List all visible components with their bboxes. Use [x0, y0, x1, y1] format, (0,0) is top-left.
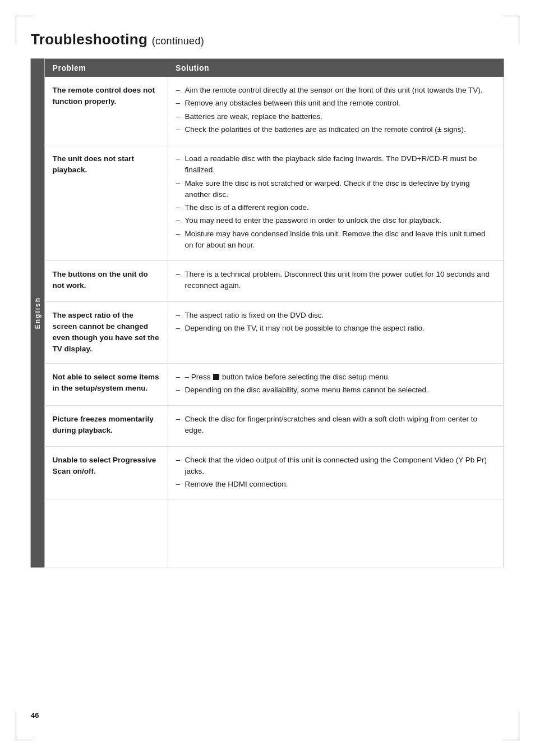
problem-text: Unable to select ProgressiveScan on/off.: [53, 456, 156, 475]
problem-text: The buttons on the unit do not work.: [53, 270, 148, 290]
table-body: The remote control does not function pro…: [44, 77, 504, 567]
table-row: Picture freezes momentarilyduring playba…: [44, 406, 504, 447]
solution-list: Aim the remote control directly at the s…: [176, 85, 496, 135]
page: Troubleshooting (continued) English Prob…: [0, 0, 535, 756]
problem-text: The remote control does not function pro…: [53, 86, 155, 106]
empty-cell: [168, 500, 504, 567]
solution-list: Load a readable disc with the playback s…: [176, 153, 496, 251]
header-row: Problem Solution: [44, 59, 504, 77]
solution-item: Aim the remote control directly at the s…: [176, 85, 496, 96]
solution-item: Remove the HDMI connection.: [176, 479, 496, 490]
corner-decoration-br: [502, 712, 519, 740]
solution-item: The aspect ratio is fixed on the DVD dis…: [176, 310, 496, 321]
solution-list: The aspect ratio is fixed on the DVD dis…: [176, 310, 496, 335]
solution-item: Load a readable disc with the playback s…: [176, 153, 496, 176]
solution-item: – Press button twice before selecting th…: [176, 372, 496, 383]
stop-icon: [213, 374, 219, 380]
solution-cell: Load a readable disc with the playback s…: [168, 145, 504, 261]
solution-list: Check that the video output of this unit…: [176, 455, 496, 491]
page-title: Troubleshooting (continued): [31, 31, 504, 48]
solution-item: Batteries are weak, replace the batterie…: [176, 111, 496, 122]
content-area: Troubleshooting (continued) English Prob…: [31, 31, 504, 725]
solution-list: Check the disc for fingerprint/scratches…: [176, 414, 496, 437]
troubleshooting-table: Problem Solution The remote control does…: [44, 58, 504, 567]
side-label: English: [31, 58, 44, 567]
table-row-empty: [44, 500, 504, 567]
solution-cell: Check the disc for fingerprint/scratches…: [168, 406, 504, 447]
table-container: English Problem Solution The remote cont…: [31, 58, 504, 567]
side-label-text: English: [34, 297, 41, 329]
problem-cell: Not able to select some items in the set…: [44, 363, 168, 406]
table-row: The buttons on the unit do not work. The…: [44, 261, 504, 302]
title-text: Troubleshooting: [31, 31, 147, 48]
corner-decoration-tl: [16, 16, 33, 44]
solution-item: You may need to enter the password in or…: [176, 215, 496, 226]
problem-cell: The aspect ratio of the screen cannot be…: [44, 301, 168, 363]
table-row: The remote control does not function pro…: [44, 77, 504, 145]
table-row: Unable to select ProgressiveScan on/off.…: [44, 446, 504, 500]
solution-item: Moisture may have condensed inside this …: [176, 228, 496, 251]
solution-cell: Aim the remote control directly at the s…: [168, 77, 504, 145]
solution-item: Depending on the TV, it may not be possi…: [176, 323, 496, 334]
page-number: 46: [31, 711, 39, 720]
problem-cell: Unable to select ProgressiveScan on/off.: [44, 446, 168, 500]
table-row: The unit does not start playback. Load a…: [44, 145, 504, 261]
problem-cell: The remote control does not function pro…: [44, 77, 168, 145]
problem-cell: The unit does not start playback.: [44, 145, 168, 261]
solution-list: – Press button twice before selecting th…: [176, 372, 496, 396]
solution-item: Make sure the disc is not scratched or w…: [176, 178, 496, 201]
empty-cell: [44, 500, 168, 567]
corner-decoration-bl: [16, 712, 33, 740]
solution-item: Check the disc for fingerprint/scratches…: [176, 414, 496, 437]
solution-list: There is a technical problem. Disconnect…: [176, 269, 496, 292]
table-row: Not able to select some items in the set…: [44, 363, 504, 406]
problem-text: The unit does not start playback.: [53, 154, 135, 174]
problem-text: The aspect ratio of the screen cannot be…: [53, 311, 159, 354]
solution-header: Solution: [168, 59, 504, 77]
problem-text: Not able to select some items in the set…: [53, 373, 159, 392]
solution-cell: – Press button twice before selecting th…: [168, 363, 504, 406]
title-continued: (continued): [152, 35, 204, 47]
solution-item: Check the polarities of the batteries ar…: [176, 124, 496, 135]
table-row: The aspect ratio of the screen cannot be…: [44, 301, 504, 363]
problem-text: Picture freezes momentarilyduring playba…: [53, 415, 154, 434]
solution-item: Depending on the disc availability, some…: [176, 384, 496, 396]
corner-decoration-tr: [502, 16, 519, 44]
problem-header: Problem: [44, 59, 168, 77]
problem-cell: Picture freezes momentarilyduring playba…: [44, 406, 168, 447]
solution-cell: Check that the video output of this unit…: [168, 446, 504, 500]
solution-cell: There is a technical problem. Disconnect…: [168, 261, 504, 302]
solution-item: Remove any obstacles between this unit a…: [176, 98, 496, 109]
solution-item: Check that the video output of this unit…: [176, 455, 496, 478]
table-header: Problem Solution: [44, 59, 504, 77]
solution-item: The disc is of a different region code.: [176, 202, 496, 213]
solution-cell: The aspect ratio is fixed on the DVD dis…: [168, 301, 504, 363]
problem-cell: The buttons on the unit do not work.: [44, 261, 168, 302]
solution-item: There is a technical problem. Disconnect…: [176, 269, 496, 292]
